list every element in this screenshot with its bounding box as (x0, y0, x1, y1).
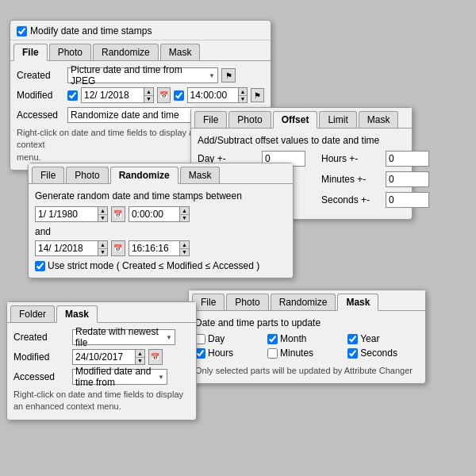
panel5-content: Created Redate with newest file ▼ Modifi… (7, 323, 196, 420)
rand-date1-input[interactable] (35, 206, 98, 222)
mask-day-text: Day (208, 333, 225, 344)
modified-date-up[interactable]: ▲ (144, 88, 153, 96)
mask-title: Date and time parts to update (195, 317, 419, 328)
rand-cal1-btn[interactable]: 📅 (111, 206, 125, 222)
created-dropdown[interactable]: Picture date and time from JPEG ▼ (67, 67, 218, 83)
rand-time1-input[interactable] (129, 206, 180, 222)
rand-time1-up[interactable]: ▲ (180, 207, 189, 215)
tab4-file[interactable]: File (192, 294, 225, 310)
tab2-mask[interactable]: Mask (180, 167, 221, 183)
panel2-tab-bar: File Photo Randomize Mask (29, 163, 293, 184)
panel5-tab-bar: Folder Mask (7, 302, 196, 323)
tab3-offset[interactable]: Offset (273, 111, 318, 129)
mask-month-checkbox[interactable] (267, 334, 278, 344)
rand-date1-down[interactable]: ▼ (98, 215, 107, 222)
offset-seconds-input[interactable] (386, 192, 429, 208)
p5-modified-up[interactable]: ▲ (136, 350, 144, 358)
offset-hours-label: Hours +- (321, 153, 381, 164)
mask-note: Only selected parts will be updated by A… (195, 365, 419, 377)
modified-time-checkbox-label[interactable] (174, 90, 184, 101)
accessed-dropdown[interactable]: Randomize date and time ▼ (67, 107, 202, 123)
tab4-photo[interactable]: Photo (226, 294, 268, 310)
mask-minutes-checkbox[interactable] (267, 348, 278, 359)
mask-month-text: Month (280, 333, 306, 344)
rand-time1-spin-btns: ▲ ▼ (180, 206, 190, 222)
tab4-mask[interactable]: Mask (337, 294, 378, 311)
tab-mask[interactable]: Mask (160, 44, 201, 60)
mask-year-checkbox[interactable] (347, 334, 358, 344)
rand-date2-input[interactable] (35, 240, 98, 256)
panel3-tab-bar: File Photo Offset Limit Mask (191, 108, 412, 129)
p5-modified-date-spin: ▲ ▼ (72, 349, 145, 365)
strict-mode-label[interactable]: Use strict mode ( Created ≤ Modified ≤ A… (35, 260, 286, 271)
mask-month-label[interactable]: Month (267, 333, 335, 344)
modified-checkbox[interactable] (67, 90, 78, 101)
tab3-mask[interactable]: Mask (359, 111, 399, 128)
rand-date2-down[interactable]: ▼ (98, 249, 107, 256)
p5-modified-label: Modified (13, 351, 69, 363)
rand-time1-down[interactable]: ▼ (180, 215, 189, 222)
mask-seconds-label[interactable]: Seconds (347, 347, 419, 359)
modified-checkbox-label[interactable] (67, 90, 78, 101)
tab2-photo[interactable]: Photo (66, 167, 108, 183)
mask-seconds-checkbox[interactable] (347, 348, 358, 359)
mask-minutes-text: Minutes (280, 347, 313, 359)
modified-icon-btn[interactable]: ⚑ (251, 88, 264, 102)
offset-title: Add/Subtract offset values to date and t… (198, 135, 405, 146)
rand-date2-spin-btns: ▲ ▼ (98, 240, 108, 256)
randomize-panel: File Photo Randomize Mask Generate rando… (28, 163, 294, 278)
offset-seconds-label: Seconds +- (321, 194, 381, 205)
tab2-file[interactable]: File (32, 167, 64, 183)
rand-date1-spin: ▲ ▼ (35, 206, 108, 222)
tab5-mask[interactable]: Mask (56, 305, 98, 323)
rand-time2-down[interactable]: ▼ (180, 249, 189, 256)
mask-minutes-label[interactable]: Minutes (267, 347, 335, 359)
created-row: Created Picture date and time from JPEG … (17, 67, 264, 83)
p5-modified-down[interactable]: ▼ (136, 358, 144, 365)
p5-modified-date-input[interactable] (72, 349, 136, 365)
tab3-limit[interactable]: Limit (319, 111, 356, 128)
rand-time2-up[interactable]: ▲ (180, 241, 189, 249)
offset-minutes-row: Minutes +- (321, 171, 429, 187)
offset-hours-input[interactable] (386, 151, 429, 167)
randomize-date2-row: ▲ ▼ 📅 ▲ ▼ (35, 240, 286, 256)
modified-date-down[interactable]: ▼ (144, 96, 153, 103)
modified-date-input[interactable] (81, 87, 144, 103)
p5-created-dropdown[interactable]: Redate with newest file ▼ (72, 329, 175, 345)
modify-timestamps-checkbox[interactable] (17, 26, 27, 36)
rand-date1-up[interactable]: ▲ (98, 207, 107, 215)
mask-day-label[interactable]: Day (195, 333, 255, 344)
p5-accessed-arrow: ▼ (158, 374, 164, 381)
offset-minutes-input[interactable] (386, 171, 429, 187)
p5-created-row: Created Redate with newest file ▼ (13, 329, 190, 345)
modified-time-input[interactable] (187, 87, 239, 103)
rand-time2-spin: ▲ ▼ (129, 240, 190, 256)
mask-hours-label[interactable]: Hours (195, 347, 255, 359)
tab4-randomize[interactable]: Randomize (271, 294, 336, 310)
offset-minutes-label: Minutes +- (321, 174, 381, 185)
modified-date-spin: ▲ ▼ (81, 87, 154, 103)
tab2-randomize[interactable]: Randomize (110, 167, 178, 184)
tab-file[interactable]: File (13, 44, 48, 61)
tab5-folder[interactable]: Folder (10, 305, 55, 322)
tab3-photo[interactable]: Photo (228, 111, 271, 128)
p5-created-value: Redate with newest file (75, 326, 166, 348)
rand-date2-up[interactable]: ▲ (98, 241, 107, 249)
rand-time2-input[interactable] (129, 240, 180, 256)
p5-created-label: Created (13, 332, 69, 343)
tab-randomize[interactable]: Randomize (93, 44, 159, 60)
rand-date1-spin-btns: ▲ ▼ (98, 206, 108, 222)
strict-mode-checkbox[interactable] (35, 261, 45, 271)
tab3-file[interactable]: File (194, 111, 227, 128)
modified-time-checkbox[interactable] (174, 90, 184, 101)
rand-time2-spin-btns: ▲ ▼ (180, 240, 190, 256)
p5-accessed-dropdown[interactable]: Modified date and time from ▼ (72, 369, 167, 385)
rand-cal2-btn[interactable]: 📅 (111, 240, 125, 256)
mask-year-label[interactable]: Year (347, 333, 419, 344)
modified-time-up[interactable]: ▲ (239, 88, 248, 96)
modified-cal-btn[interactable]: 📅 (157, 87, 171, 103)
tab-photo[interactable]: Photo (49, 44, 91, 60)
modified-time-down[interactable]: ▼ (239, 96, 248, 103)
p5-cal-btn[interactable]: 📅 (148, 349, 163, 365)
created-icon-btn[interactable]: ⚑ (221, 68, 236, 83)
